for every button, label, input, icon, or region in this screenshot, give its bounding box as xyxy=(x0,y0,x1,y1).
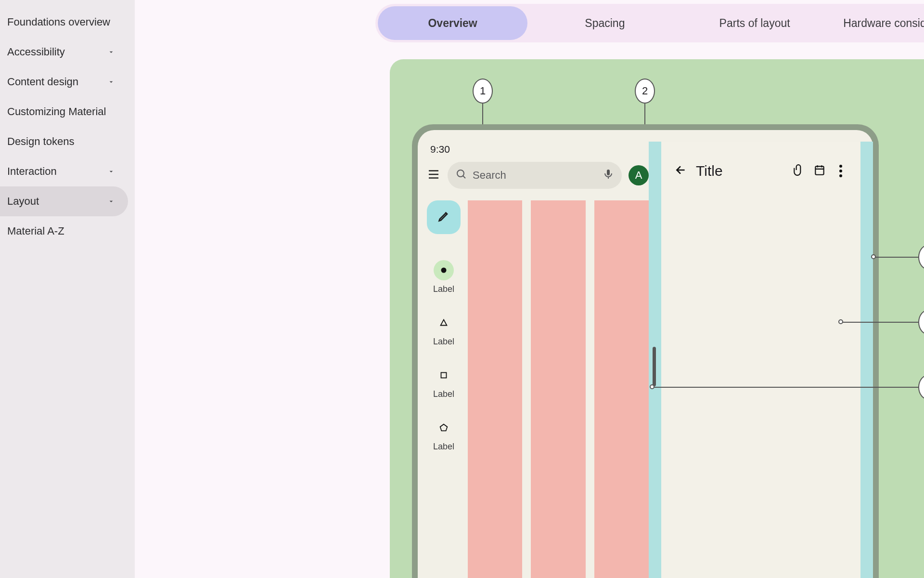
annotation-bubble: 2 xyxy=(635,79,655,104)
annotation-5: 5 xyxy=(918,375,924,400)
pencil-icon xyxy=(437,210,450,225)
sidebar-item-design-tokens[interactable]: Design tokens xyxy=(0,127,128,157)
chevron-down-icon xyxy=(107,167,116,176)
list-pane: Search A Label Label Label Label xyxy=(426,162,649,578)
sidebar-item-label: Layout xyxy=(7,195,39,208)
column-region xyxy=(594,200,649,578)
detail-title: Title xyxy=(696,163,783,179)
content-columns xyxy=(468,200,649,578)
annotation-3: 3 xyxy=(918,245,924,270)
annotation-2: 2 xyxy=(635,79,655,104)
navigation-rail: Label Label Label Label xyxy=(426,200,461,470)
sidebar: Foundations overview Accessibility Conte… xyxy=(0,0,135,578)
svg-point-1 xyxy=(457,170,464,177)
mic-icon[interactable] xyxy=(603,168,614,183)
column-region xyxy=(531,200,585,578)
square-icon xyxy=(434,365,454,385)
sidebar-item-label: Foundations overview xyxy=(7,16,110,28)
status-time: 9:30 xyxy=(430,144,450,155)
sidebar-item-label: Accessibility xyxy=(7,46,65,58)
tab-hardware-considerations[interactable]: Hardware considerations xyxy=(830,6,924,40)
rail-item[interactable]: Label xyxy=(426,313,461,347)
attachment-icon[interactable] xyxy=(792,164,805,178)
tab-overview[interactable]: Overview xyxy=(378,6,527,40)
annotation-dot xyxy=(650,384,654,389)
tab-label: Parts of layout xyxy=(719,17,790,30)
sidebar-item-accessibility[interactable]: Accessibility xyxy=(0,37,128,67)
calendar-icon[interactable] xyxy=(813,164,826,178)
svg-point-3 xyxy=(441,268,447,273)
main: Overview Spacing Parts of layout Hardwar… xyxy=(135,0,924,578)
pentagon-icon xyxy=(434,418,454,438)
tab-label: Overview xyxy=(428,17,477,30)
sidebar-item-material-az[interactable]: Material A-Z xyxy=(0,216,128,246)
menu-icon[interactable] xyxy=(426,167,441,184)
chevron-down-icon xyxy=(107,78,116,86)
edge-spacer xyxy=(860,142,873,578)
sidebar-item-foundations-overview[interactable]: Foundations overview xyxy=(0,7,128,37)
sidebar-item-customizing-material[interactable]: Customizing Material xyxy=(0,97,128,127)
list-top-bar: Search A xyxy=(426,162,649,189)
rail-label: Label xyxy=(426,337,461,347)
sidebar-item-label: Customizing Material xyxy=(7,105,106,118)
rail-item[interactable]: Label xyxy=(426,418,461,452)
annotation-bubble: 4 xyxy=(918,310,924,335)
annotation-line xyxy=(842,322,918,323)
chevron-down-icon xyxy=(107,197,116,206)
rail-label: Label xyxy=(426,442,461,452)
rail-item[interactable]: Label xyxy=(426,365,461,399)
annotation-line xyxy=(875,257,918,258)
triangle-icon xyxy=(434,313,454,333)
annotation-line xyxy=(654,387,918,388)
annotation-bubble: 3 xyxy=(918,245,924,270)
avatar[interactable]: A xyxy=(629,165,649,185)
sidebar-item-content-design[interactable]: Content design xyxy=(0,67,128,97)
column-region xyxy=(468,200,522,578)
annotation-bubble: 1 xyxy=(473,79,493,104)
detail-top-bar: Title xyxy=(661,163,860,179)
more-icon[interactable] xyxy=(834,165,847,177)
detail-body: Title xyxy=(661,142,860,578)
tab-label: Hardware considerations xyxy=(843,17,924,30)
device-frame: 9:30 Search xyxy=(412,124,879,578)
rail-item[interactable]: Label xyxy=(426,260,461,294)
sidebar-item-label: Material A-Z xyxy=(7,225,64,237)
sidebar-item-label: Interaction xyxy=(7,165,57,178)
tab-parts-of-layout[interactable]: Parts of layout xyxy=(680,6,830,40)
annotation-bubble: 5 xyxy=(918,375,924,400)
annotation-1: 1 xyxy=(473,79,493,104)
rail-label: Label xyxy=(426,389,461,399)
detail-pane: Title xyxy=(661,142,873,578)
tab-label: Spacing xyxy=(585,17,625,30)
annotation-dot xyxy=(838,319,843,324)
annotation-dot xyxy=(871,254,876,259)
back-icon[interactable] xyxy=(675,164,687,178)
device-screen: 9:30 Search xyxy=(418,130,873,578)
annotation-4: 4 xyxy=(918,310,924,335)
svg-rect-2 xyxy=(607,170,610,175)
layout-diagram: 1 2 9:30 xyxy=(390,59,924,578)
svg-rect-4 xyxy=(441,373,447,378)
tab-spacing[interactable]: Spacing xyxy=(530,6,680,40)
search-icon xyxy=(455,168,467,183)
sidebar-item-label: Design tokens xyxy=(7,135,74,148)
avatar-initial: A xyxy=(635,169,642,182)
chevron-down-icon xyxy=(107,48,116,56)
rail-label: Label xyxy=(426,284,461,294)
svg-rect-5 xyxy=(815,166,823,174)
sidebar-item-interaction[interactable]: Interaction xyxy=(0,157,128,186)
sidebar-item-layout[interactable]: Layout xyxy=(0,186,128,216)
circle-icon xyxy=(434,260,454,280)
sidebar-item-label: Content design xyxy=(7,76,78,88)
search-placeholder: Search xyxy=(473,169,506,182)
search-field[interactable]: Search xyxy=(448,162,622,189)
compose-fab[interactable] xyxy=(427,200,461,234)
drag-handle[interactable] xyxy=(653,347,656,386)
page-tabs: Overview Spacing Parts of layout Hardwar… xyxy=(375,4,924,42)
